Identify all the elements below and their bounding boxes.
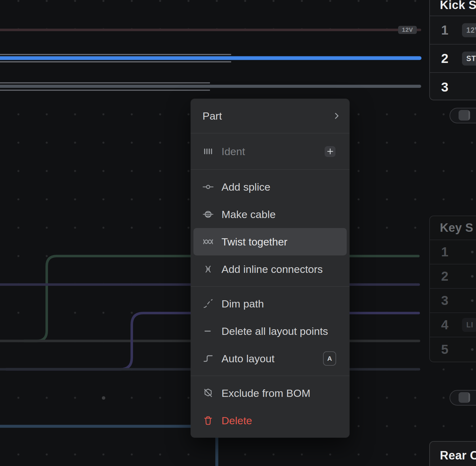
menu-item-ident[interactable]: Ident xyxy=(193,138,347,165)
menu-item-label: Twist together xyxy=(221,236,288,248)
pin-row[interactable]: 2 xyxy=(430,264,476,289)
menu-item-label: Auto layout xyxy=(221,353,274,365)
pin-row[interactable]: 4LI xyxy=(430,313,476,337)
wire-net-label: 12V xyxy=(398,26,417,34)
menu-item-label: Add inline connectors xyxy=(221,263,323,275)
menu-item-delete[interactable]: Delete xyxy=(193,407,347,434)
pin-number: 2 xyxy=(441,269,448,284)
menu-item-part[interactable]: Part xyxy=(193,102,347,130)
pin-dot xyxy=(471,275,474,278)
context-menu-section: Part xyxy=(191,99,350,133)
menu-item-label: Ident xyxy=(221,145,245,158)
trash-icon xyxy=(202,415,214,426)
context-menu: PartIdentAdd spliceMake cableTwist toget… xyxy=(191,99,350,438)
cable-icon xyxy=(202,209,214,220)
menu-item-auto-layout[interactable]: Auto layoutA xyxy=(193,345,347,372)
menu-item-label: Delete xyxy=(221,415,252,427)
pin-row[interactable]: 112V xyxy=(430,16,476,45)
pin-number: 3 xyxy=(441,293,448,308)
twist-icon xyxy=(202,236,214,247)
keycap-label: A xyxy=(323,351,336,366)
menu-item-label: Make cable xyxy=(221,208,276,221)
pin-number: 1 xyxy=(441,23,448,38)
context-menu-section: Dim pathDelete all layout pointsAuto lay… xyxy=(191,286,350,376)
menu-item-dim-path[interactable]: Dim path xyxy=(193,290,347,317)
wire-steel-blue[interactable] xyxy=(0,426,217,466)
connector-toggle-key[interactable] xyxy=(450,390,476,406)
pin-number: 4 xyxy=(441,317,448,332)
menu-item-label: Part xyxy=(202,110,222,122)
toggle-knob xyxy=(459,110,470,121)
keyboard-shortcut-badge: A xyxy=(323,351,339,366)
chevron-right-icon xyxy=(334,112,339,120)
menu-item-label: Add splice xyxy=(221,181,270,193)
menu-item-add-inline-connectors[interactable]: Add inline connectors xyxy=(193,255,347,283)
minus-icon xyxy=(202,326,214,337)
menu-item-exclude-from-bom[interactable]: Exclude from BOM xyxy=(193,379,347,407)
context-menu-section: Exclude from BOMDelete xyxy=(191,376,350,438)
pin-number: 1 xyxy=(441,245,448,259)
connector-table-title: Rear C xyxy=(430,442,476,466)
pin-number: 5 xyxy=(441,342,448,357)
pin-row[interactable]: 3 xyxy=(430,289,476,313)
wire-net-badge: LI xyxy=(462,318,476,332)
bom-slash-icon xyxy=(202,388,214,399)
menu-item-label: Exclude from BOM xyxy=(221,387,310,399)
menu-item-twist-together[interactable]: Twist together xyxy=(193,228,347,255)
context-menu-section: Add spliceMake cableTwist togetherAdd in… xyxy=(191,169,350,286)
pin-dot xyxy=(471,251,474,253)
connector-table-key: Key S 1234LI5 xyxy=(429,216,476,362)
connector-table-title: Key S xyxy=(430,216,476,240)
connector-table-rear: Rear C xyxy=(429,441,476,466)
menu-item-make-cable[interactable]: Make cable xyxy=(193,201,347,228)
inline-connector-icon xyxy=(202,264,214,275)
dim-path-icon xyxy=(202,298,214,309)
menu-item-label: Delete all layout points xyxy=(221,325,328,337)
context-menu-section: Ident xyxy=(191,133,350,169)
pin-row[interactable]: 2ST xyxy=(430,45,476,73)
add-ident-button[interactable] xyxy=(325,146,339,157)
pin-dot xyxy=(471,348,474,351)
pin-row[interactable]: 5 xyxy=(430,337,476,362)
plus-icon xyxy=(325,146,336,157)
connector-table-title: Kick S xyxy=(430,0,476,16)
connector-table-kick: Kick S 112V2ST3 xyxy=(429,0,476,100)
wire-net-badge: ST xyxy=(462,51,476,65)
auto-layout-icon xyxy=(202,353,214,364)
pin-row[interactable]: 3 xyxy=(430,73,476,100)
wire-net-badge: 12V xyxy=(462,23,476,37)
connector-toggle-kick[interactable] xyxy=(450,108,476,123)
ident-icon xyxy=(202,146,214,157)
menu-item-delete-all-layout-points[interactable]: Delete all layout points xyxy=(193,317,347,345)
menu-item-add-splice[interactable]: Add splice xyxy=(193,173,347,201)
toggle-knob xyxy=(459,392,470,403)
pin-number: 3 xyxy=(441,80,448,95)
splice-icon xyxy=(202,181,214,193)
pin-dot xyxy=(471,299,474,302)
pin-row[interactable]: 1 xyxy=(430,240,476,264)
menu-item-label: Dim path xyxy=(221,298,264,310)
pin-number: 2 xyxy=(441,51,448,66)
